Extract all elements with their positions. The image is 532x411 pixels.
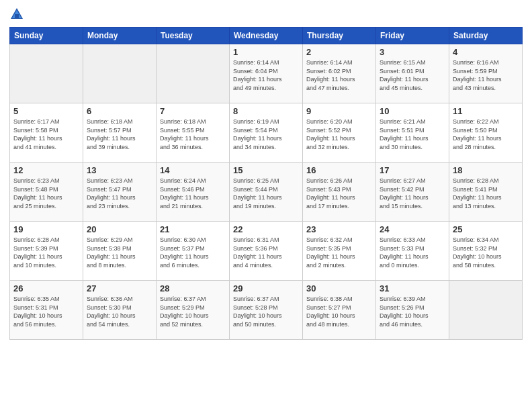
day-info-line: Daylight: 11 hours: [160, 253, 226, 261]
day-info-line: Daylight: 11 hours: [13, 193, 79, 202]
day-info-line: Sunset: 5:30 PM: [87, 304, 152, 312]
day-number: 18: [453, 165, 519, 175]
calendar-cell: 6Sunrise: 6:18 AMSunset: 5:57 PMDaylight…: [83, 103, 157, 163]
calendar-cell: 29Sunrise: 6:37 AMSunset: 5:28 PMDayligh…: [230, 281, 303, 340]
day-info-line: and 52 minutes.: [160, 320, 226, 329]
calendar-cell: 21Sunrise: 6:30 AMSunset: 5:37 PMDayligh…: [157, 222, 230, 281]
day-info-line: Sunrise: 6:37 AM: [160, 295, 226, 304]
day-info-line: Daylight: 10 hours: [306, 312, 372, 320]
day-info-line: and 32 minutes.: [306, 143, 372, 152]
day-info-line: Daylight: 11 hours: [306, 134, 372, 143]
day-info-line: Daylight: 11 hours: [13, 134, 79, 143]
day-info-line: Daylight: 10 hours: [87, 312, 152, 320]
day-info-line: Sunset: 5:29 PM: [160, 304, 226, 312]
day-info-line: Sunset: 5:27 PM: [306, 304, 372, 312]
day-info-line: Daylight: 11 hours: [453, 134, 519, 143]
day-info-line: Sunrise: 6:23 AM: [87, 177, 152, 185]
day-info-line: Sunrise: 6:23 AM: [13, 177, 79, 185]
day-info-line: Daylight: 11 hours: [233, 253, 299, 261]
day-info-line: Sunset: 5:50 PM: [453, 126, 519, 135]
weekday-header-row: Sunday Monday Tuesday Wednesday Thursday…: [10, 28, 523, 44]
day-info-line: Sunset: 5:54 PM: [233, 126, 299, 135]
day-info-line: Daylight: 11 hours: [453, 75, 519, 84]
day-number: 21: [160, 224, 226, 234]
day-number: 30: [306, 283, 372, 293]
day-info-line: and 30 minutes.: [380, 143, 445, 152]
day-info-line: Sunrise: 6:22 AM: [453, 118, 519, 126]
calendar-cell: 30Sunrise: 6:38 AMSunset: 5:27 PMDayligh…: [303, 281, 376, 340]
day-number: 23: [306, 224, 372, 234]
day-info-line: Sunset: 5:42 PM: [380, 185, 445, 194]
day-info-line: Sunrise: 6:17 AM: [13, 118, 79, 126]
day-info-line: and 47 minutes.: [306, 84, 372, 93]
day-info-line: Sunset: 6:02 PM: [306, 67, 372, 76]
calendar-cell: 11Sunrise: 6:22 AMSunset: 5:50 PMDayligh…: [449, 103, 523, 163]
day-info-line: Sunrise: 6:18 AM: [160, 118, 226, 126]
logo-icon: [9, 7, 24, 21]
day-info-line: Sunrise: 6:18 AM: [87, 118, 152, 126]
day-info-line: Sunrise: 6:25 AM: [233, 177, 299, 185]
day-info-line: Sunset: 5:47 PM: [87, 185, 152, 194]
day-info-line: Sunrise: 6:14 AM: [233, 58, 299, 67]
day-info-line: Daylight: 11 hours: [87, 134, 152, 143]
calendar-cell: 20Sunrise: 6:29 AMSunset: 5:38 PMDayligh…: [83, 222, 157, 281]
day-info-line: Sunset: 6:04 PM: [233, 67, 299, 76]
day-info-line: Daylight: 11 hours: [233, 193, 299, 202]
header-sunday: Sunday: [10, 28, 83, 44]
day-number: 2: [306, 47, 372, 57]
day-info-line: Daylight: 11 hours: [13, 253, 79, 261]
day-info-line: Sunset: 5:43 PM: [306, 185, 372, 194]
day-number: 24: [380, 224, 445, 234]
day-number: 31: [380, 283, 445, 293]
day-info-line: Sunset: 5:48 PM: [13, 185, 79, 194]
day-info-line: and 43 minutes.: [453, 84, 519, 93]
day-info-line: and 56 minutes.: [13, 320, 79, 329]
day-info-line: and 4 minutes.: [233, 261, 299, 270]
day-info-line: Sunrise: 6:32 AM: [306, 236, 372, 244]
day-info-line: Sunrise: 6:37 AM: [233, 295, 299, 304]
calendar-cell: 18Sunrise: 6:28 AMSunset: 5:41 PMDayligh…: [449, 163, 523, 222]
day-info-line: Daylight: 11 hours: [306, 75, 372, 84]
day-info-line: Sunset: 5:35 PM: [306, 244, 372, 253]
day-info-line: and 8 minutes.: [87, 261, 152, 270]
calendar-cell: 12Sunrise: 6:23 AMSunset: 5:48 PMDayligh…: [10, 163, 83, 222]
calendar-table: Sunday Monday Tuesday Wednesday Thursday…: [9, 27, 523, 340]
day-info-line: Sunrise: 6:24 AM: [160, 177, 226, 185]
day-info-line: Sunrise: 6:35 AM: [13, 295, 79, 304]
day-info-line: Daylight: 11 hours: [380, 193, 445, 202]
day-info-line: Daylight: 11 hours: [380, 75, 445, 84]
day-info-line: Sunset: 5:57 PM: [87, 126, 152, 135]
calendar-cell: 10Sunrise: 6:21 AMSunset: 5:51 PMDayligh…: [376, 103, 449, 163]
day-number: 27: [87, 283, 152, 293]
day-number: 3: [380, 47, 445, 57]
calendar-cell: [449, 281, 523, 340]
day-info-line: and 13 minutes.: [453, 202, 519, 211]
calendar-cell: 15Sunrise: 6:25 AMSunset: 5:44 PMDayligh…: [230, 163, 303, 222]
day-info-line: and 15 minutes.: [380, 202, 445, 211]
calendar-week-row: 19Sunrise: 6:28 AMSunset: 5:39 PMDayligh…: [10, 222, 523, 281]
day-number: 22: [233, 224, 299, 234]
day-info-line: Sunrise: 6:27 AM: [380, 177, 445, 185]
calendar-week-row: 26Sunrise: 6:35 AMSunset: 5:31 PMDayligh…: [10, 281, 523, 340]
calendar-cell: 8Sunrise: 6:19 AMSunset: 5:54 PMDaylight…: [230, 103, 303, 163]
day-info-line: Sunrise: 6:26 AM: [306, 177, 372, 185]
day-number: 20: [87, 224, 152, 234]
calendar-cell: 19Sunrise: 6:28 AMSunset: 5:39 PMDayligh…: [10, 222, 83, 281]
calendar-cell: 1Sunrise: 6:14 AMSunset: 6:04 PMDaylight…: [230, 44, 303, 103]
day-info-line: and 17 minutes.: [306, 202, 372, 211]
day-info-line: Daylight: 11 hours: [306, 253, 372, 261]
header: [9, 7, 523, 21]
day-info-line: Sunrise: 6:39 AM: [380, 295, 445, 304]
day-number: 10: [380, 106, 445, 116]
day-number: 29: [233, 283, 299, 293]
day-number: 15: [233, 165, 299, 175]
day-info-line: Daylight: 11 hours: [87, 193, 152, 202]
calendar-week-row: 12Sunrise: 6:23 AMSunset: 5:48 PMDayligh…: [10, 163, 523, 222]
day-number: 12: [13, 165, 79, 175]
day-info-line: Daylight: 11 hours: [453, 193, 519, 202]
header-tuesday: Tuesday: [157, 28, 230, 44]
day-info-line: Sunset: 5:51 PM: [380, 126, 445, 135]
day-info-line: Daylight: 10 hours: [160, 312, 226, 320]
day-info-line: and 0 minutes.: [380, 261, 445, 270]
day-info-line: Sunset: 5:37 PM: [160, 244, 226, 253]
